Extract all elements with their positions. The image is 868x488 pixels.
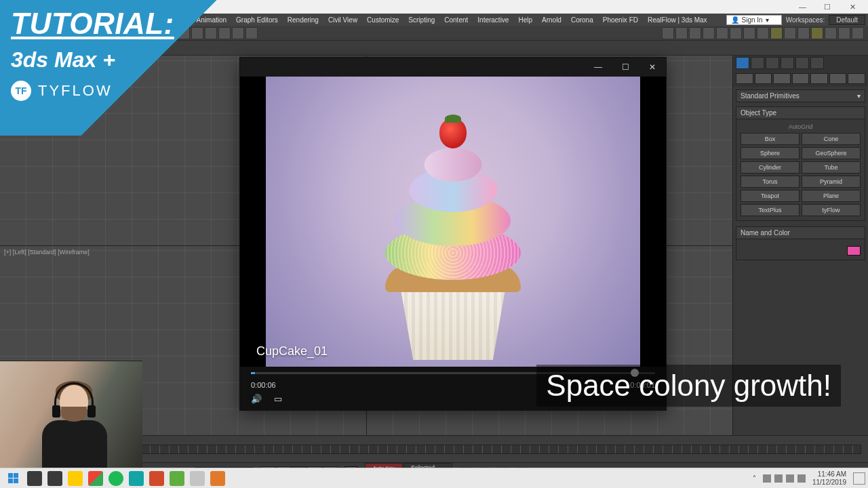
toolbar-button[interactable] (852, 27, 864, 39)
obj-pyramid-button[interactable]: Pyramid (802, 176, 861, 188)
signin-button[interactable]: 👤 Sign In ▾ (726, 15, 782, 25)
obj-tyflow-button[interactable]: tyFlow (802, 204, 861, 216)
obj-box-button[interactable]: Box (741, 133, 800, 145)
toolbar-button[interactable] (689, 27, 701, 39)
tab-utilities[interactable] (810, 57, 824, 69)
menu-help[interactable]: Help (514, 16, 536, 24)
cupcake-render (358, 116, 548, 360)
signin-label: Sign In (742, 16, 763, 24)
task-chrome-icon[interactable] (88, 471, 103, 486)
tab-create[interactable] (736, 57, 749, 69)
tyflow-badge-icon: TF (11, 81, 31, 101)
obj-tube-button[interactable]: Tube (802, 161, 861, 174)
task-search-icon[interactable] (27, 471, 42, 486)
toolbar-button[interactable] (703, 27, 715, 39)
toolbar-button[interactable] (662, 27, 674, 39)
menu-scripting[interactable]: Scripting (404, 16, 439, 24)
toolbar-button[interactable] (811, 27, 823, 39)
task-explorer-icon[interactable] (68, 471, 83, 486)
tab-modify[interactable] (751, 57, 764, 69)
cat-geometry[interactable] (736, 73, 753, 84)
menu-customize[interactable]: Customize (363, 16, 403, 24)
minimize-button[interactable]: — (791, 3, 814, 11)
cat-systems[interactable] (848, 73, 865, 84)
toolbar-button[interactable] (730, 27, 742, 39)
notifications-button[interactable] (853, 472, 865, 485)
obj-cylinder-button[interactable]: Cylinder (741, 161, 800, 174)
workspace-dropdown[interactable]: Default (829, 15, 865, 25)
tray-volume-icon[interactable] (797, 474, 806, 483)
cat-spacewarps[interactable] (829, 73, 847, 84)
cat-shapes[interactable] (755, 73, 772, 84)
video-frame-image (266, 77, 641, 367)
cat-cameras[interactable] (792, 73, 810, 84)
toolbar-button[interactable] (675, 27, 688, 39)
tab-hierarchy[interactable] (766, 57, 779, 69)
windows-taskbar: ˄ 11:46 AM 11/12/2019 (0, 468, 868, 488)
toolbar-button[interactable] (770, 27, 783, 39)
headline-overlay: Space colony growth! (536, 365, 841, 407)
command-panel-tabs (733, 56, 868, 70)
task-app-icon[interactable] (210, 471, 225, 486)
task-app-icon[interactable] (149, 471, 164, 486)
toolbar-button[interactable] (757, 27, 769, 39)
task-spotify-icon[interactable] (108, 471, 123, 486)
start-button[interactable] (3, 470, 23, 487)
cat-lights[interactable] (773, 73, 791, 84)
toolbar-button[interactable] (743, 27, 755, 39)
rollout-title-label: Name and Color (741, 229, 790, 237)
obj-cone-button[interactable]: Cone (802, 133, 861, 145)
toolbar-button[interactable] (716, 27, 728, 39)
task-3dsmax-icon[interactable] (129, 471, 144, 486)
primitives-dropdown[interactable]: Standard Primitives ▾ (736, 89, 865, 102)
menu-realflow[interactable]: RealFlow | 3ds Max (644, 16, 711, 24)
tab-display[interactable] (795, 57, 809, 69)
tray-chevron-icon[interactable]: ˄ (753, 474, 756, 482)
menu-arnold[interactable]: Arnold (538, 16, 566, 24)
rollout-name-color[interactable]: Name and Color (736, 226, 865, 239)
obj-teapot-button[interactable]: Teapot (741, 190, 800, 202)
toolbar-button[interactable] (797, 27, 810, 39)
menu-civilview[interactable]: Civil View (324, 16, 361, 24)
video-minimize-button[interactable]: — (585, 58, 612, 77)
video-player-window[interactable]: — ☐ ✕ CupCake_01 (239, 57, 667, 411)
obj-sphere-button[interactable]: Sphere (741, 147, 800, 159)
close-button[interactable]: ✕ (841, 3, 864, 12)
rollout-object-type[interactable]: Object Type (736, 106, 865, 119)
webcam-inset (0, 361, 142, 468)
tray-icon[interactable] (763, 474, 771, 483)
task-cortana-icon[interactable] (47, 471, 62, 486)
color-swatch[interactable] (847, 246, 861, 256)
video-content[interactable] (240, 77, 666, 367)
banner-title: TUTORIAL: (11, 7, 247, 41)
volume-icon[interactable]: 🔊 (251, 393, 262, 404)
video-close-button[interactable]: ✕ (639, 58, 666, 77)
menu-content[interactable]: Content (440, 16, 472, 24)
task-app-icon[interactable] (190, 471, 205, 486)
cat-helpers[interactable] (810, 73, 828, 84)
create-category-row (733, 70, 868, 87)
viewport-label[interactable]: [+] [Left] [Standard] [Wireframe] (4, 249, 90, 256)
obj-textplus-button[interactable]: TextPlus (741, 204, 800, 216)
menu-rendering[interactable]: Rendering (283, 16, 323, 24)
taskbar-clock[interactable]: 11:46 AM 11/12/2019 (812, 470, 846, 486)
obj-geosphere-button[interactable]: GeoSphere (802, 147, 861, 159)
obj-plane-button[interactable]: Plane (802, 190, 861, 202)
menu-corona[interactable]: Corona (567, 16, 597, 24)
tray-network-icon[interactable] (786, 474, 794, 483)
subtitle-icon[interactable]: ▭ (273, 393, 283, 404)
clock-date: 11/12/2019 (812, 479, 846, 487)
toolbar-button[interactable] (838, 27, 850, 39)
video-maximize-button[interactable]: ☐ (612, 58, 639, 77)
toolbar-button[interactable] (825, 27, 837, 39)
tab-motion[interactable] (781, 57, 794, 69)
toolbar-button[interactable] (784, 27, 796, 39)
task-camtasia-icon[interactable] (170, 471, 184, 486)
obj-torus-button[interactable]: Torus (741, 176, 800, 188)
maximize-button[interactable]: ☐ (816, 3, 839, 12)
tray-icon[interactable] (774, 474, 783, 483)
autogrid-checkbox[interactable]: AutoGrid (741, 123, 861, 130)
menu-phoenixfd[interactable]: Phoenix FD (599, 16, 642, 24)
menu-interactive[interactable]: Interactive (473, 16, 513, 24)
rollout-title-label: Object Type (741, 109, 776, 117)
